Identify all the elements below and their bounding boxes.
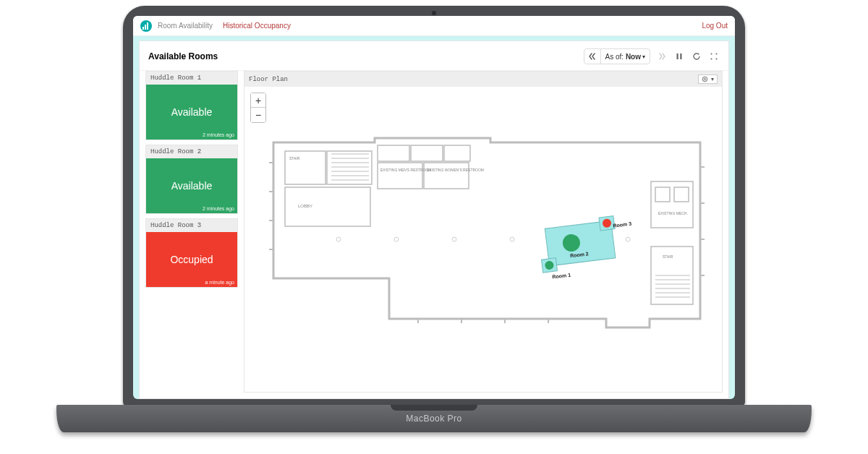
room-updated: a minute ago (205, 280, 234, 285)
fullscreen-button[interactable] (708, 51, 720, 62)
laptop-frame: Room Availability Historical Occupancy L… (123, 6, 745, 406)
svg-rect-0 (142, 27, 144, 30)
asof-next-button[interactable] (656, 51, 668, 62)
page-panel: Available Rooms As of: Now ▾ (139, 40, 729, 399)
room-status: Available (171, 106, 213, 118)
asof-dropdown[interactable]: As of: Now ▾ (601, 49, 650, 64)
logout-link[interactable]: Log Out (702, 22, 728, 30)
room-status: Available (171, 180, 213, 192)
room-card-title: Huddle Room 2 (146, 145, 237, 158)
asof-prefix: As of: (605, 53, 624, 61)
chevron-down-icon: ▾ (711, 76, 714, 82)
laptop-screen-bezel: Room Availability Historical Occupancy L… (133, 16, 735, 399)
page-content: Huddle Room 1 Available 2 minutes ago Hu… (140, 71, 728, 398)
zoom-out-button[interactable]: − (251, 108, 265, 122)
nav-room-availability[interactable]: Room Availability (158, 22, 213, 30)
room-card[interactable]: Huddle Room 1 Available 2 minutes ago (145, 71, 238, 140)
plan-label-mech: EXISTING MECH. (658, 211, 688, 215)
laptop-camera (432, 11, 436, 15)
svg-point-9 (702, 77, 707, 81)
room-card-body: Occupied a minute ago (146, 232, 237, 287)
svg-rect-1 (145, 25, 146, 30)
pause-button[interactable] (673, 51, 685, 62)
laptop-notch (391, 405, 477, 411)
time-controls: As of: Now ▾ (584, 48, 720, 64)
room-status: Occupied (170, 254, 213, 265)
floorplan-settings-dropdown[interactable]: ▾ (698, 74, 718, 84)
floorplan-svg: STAIR LOBBY EXISTING MEN'S RESTROOM EXIS… (244, 87, 722, 392)
svg-point-7 (711, 59, 712, 60)
gear-icon (702, 76, 708, 82)
room-card-body: Available 2 minutes ago (146, 158, 237, 213)
asof-prev-button[interactable] (584, 49, 601, 64)
room-card[interactable]: Huddle Room 2 Available 2 minutes ago (145, 145, 238, 214)
room-card-body: Available 2 minutes ago (146, 85, 237, 140)
room-sidebar: Huddle Room 1 Available 2 minutes ago Hu… (145, 71, 238, 393)
app-logo-icon (140, 20, 152, 32)
page-title: Available Rooms (148, 51, 218, 61)
top-nav: Room Availability Historical Occupancy L… (133, 16, 735, 36)
zoom-in-button[interactable]: + (251, 93, 265, 108)
room-card-title: Huddle Room 3 (146, 219, 237, 232)
laptop-label: MacBook Pro (406, 414, 462, 424)
floorplan-canvas[interactable]: + − (244, 87, 722, 392)
svg-point-6 (716, 53, 718, 55)
plan-label-womens: EXISTING WOMEN'S RESTROOM (427, 168, 484, 172)
floorplan-title: Floor Plan (249, 76, 288, 83)
floorplan-header: Floor Plan ▾ (244, 72, 722, 87)
room-card-title: Huddle Room 1 (146, 72, 237, 85)
svg-rect-4 (680, 53, 681, 59)
room-card[interactable]: Huddle Room 3 Occupied a minute ago (145, 218, 238, 288)
chevron-down-icon: ▾ (642, 53, 645, 60)
plan-label-stair: STAIR (663, 254, 673, 259)
svg-point-10 (704, 78, 705, 80)
plan-label-mens: EXISTING MEN'S RESTROOM (380, 168, 431, 172)
plan-label-lobby: LOBBY (298, 204, 312, 208)
room-updated: 2 minutes ago (203, 206, 234, 211)
asof-selector: As of: Now ▾ (584, 48, 650, 64)
room-updated: 2 minutes ago (203, 132, 234, 137)
asof-current: Now (626, 53, 641, 61)
refresh-button[interactable] (691, 51, 702, 62)
svg-point-5 (711, 53, 712, 55)
laptop-base: MacBook Pro (56, 405, 812, 432)
zoom-control: + − (250, 93, 266, 123)
page-header: Available Rooms As of: Now ▾ (140, 41, 728, 71)
svg-rect-3 (677, 53, 678, 59)
nav-historical-occupancy[interactable]: Historical Occupancy (223, 22, 291, 30)
plan-label-stair: STAIR (289, 156, 300, 160)
app-screen: Room Availability Historical Occupancy L… (133, 16, 735, 399)
svg-point-8 (716, 59, 718, 60)
floorplan-panel: Floor Plan ▾ + − (244, 71, 723, 393)
svg-rect-2 (147, 22, 148, 30)
